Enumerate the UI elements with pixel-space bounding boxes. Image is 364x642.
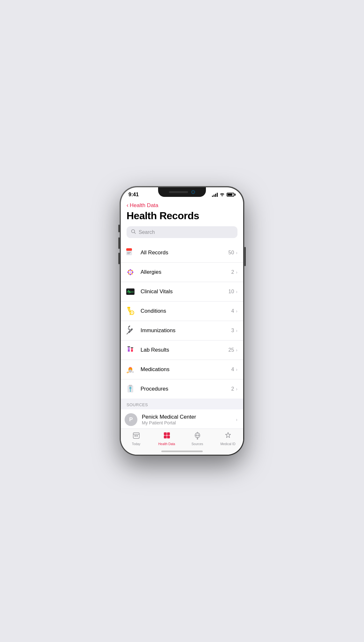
camera (191, 190, 195, 194)
medications-icon (125, 364, 136, 375)
screen-content: ‹ Health Data Health Records Search (121, 199, 243, 427)
conditions-chevron-icon: › (236, 309, 237, 314)
silent-button[interactable] (118, 225, 120, 232)
all-records-chevron-icon: › (236, 250, 237, 255)
tab-sources[interactable]: Sources (182, 431, 213, 446)
status-icons (212, 192, 236, 197)
svg-point-14 (131, 273, 133, 274)
procedures-chevron-icon: › (236, 386, 237, 392)
today-tab-label: Today (132, 442, 141, 446)
volume-down-button[interactable] (118, 253, 120, 264)
svg-point-9 (127, 272, 129, 273)
tab-health-data[interactable]: Health Data (151, 431, 182, 446)
list-item-lab-results[interactable]: Lab Results 25 › (121, 340, 243, 360)
procedures-icon (125, 383, 136, 395)
svg-point-15 (129, 271, 131, 273)
medications-label: Medications (141, 366, 231, 373)
svg-point-11 (128, 270, 129, 271)
lab-count: 25 (229, 347, 234, 353)
penick-info: Penick Medical Center My Patient Portal (142, 414, 236, 425)
svg-rect-16 (126, 288, 135, 295)
svg-rect-24 (128, 325, 130, 328)
wifi-icon (220, 192, 225, 197)
medications-count: 4 (231, 367, 234, 372)
procedures-label: Procedures (141, 386, 231, 392)
svg-point-7 (130, 269, 131, 271)
allergies-chevron-icon: › (236, 270, 237, 275)
records-list: All Records 50 › (121, 243, 243, 399)
svg-point-48 (197, 438, 198, 439)
penick-avatar: P (125, 413, 137, 426)
health-data-tab-icon (163, 431, 171, 441)
sources-header-label: SOURCES (127, 402, 148, 407)
svg-rect-29 (127, 346, 130, 347)
list-item-procedures[interactable]: Procedures 2 › (121, 379, 243, 399)
svg-point-33 (132, 371, 134, 373)
list-item-conditions[interactable]: Conditions 4 › (121, 302, 243, 321)
svg-point-13 (128, 273, 129, 274)
page-title: Health Records (121, 209, 243, 226)
vitals-label: Clinical Vitals (141, 288, 229, 295)
svg-point-38 (130, 391, 131, 392)
conditions-icon (125, 305, 136, 317)
immunizations-label: Immunizations (141, 327, 231, 334)
immunizations-count: 3 (231, 328, 234, 333)
all-records-count: 50 (229, 250, 234, 256)
battery-icon (227, 193, 236, 197)
volume-up-button[interactable] (118, 237, 120, 249)
svg-point-12 (131, 270, 133, 271)
list-item-medications[interactable]: Medications 4 › (121, 360, 243, 379)
medical-id-tab-icon (224, 431, 232, 441)
svg-rect-26 (128, 350, 130, 352)
vitals-icon (125, 286, 136, 297)
svg-line-23 (127, 333, 128, 334)
list-item-clinical-vitals[interactable]: Clinical Vitals 10 › (121, 282, 243, 302)
svg-point-31 (129, 370, 132, 373)
nav-back[interactable]: ‹ Health Data (121, 199, 243, 209)
vitals-chevron-icon: › (236, 289, 237, 294)
nav-back-label: Health Data (130, 202, 158, 209)
lab-icon (125, 344, 136, 356)
phone-screen: 9:41 (121, 187, 243, 455)
svg-point-10 (132, 272, 134, 273)
sources-section-header: SOURCES (121, 399, 243, 409)
source-item-penick[interactable]: P Penick Medical Center My Patient Porta… (121, 409, 243, 427)
procedures-count: 2 (231, 386, 234, 392)
power-button[interactable] (244, 247, 246, 266)
speaker (169, 191, 188, 193)
all-records-label: All Records (141, 250, 229, 256)
medical-id-tab-label: Medical ID (220, 442, 235, 446)
svg-point-18 (131, 312, 133, 314)
tab-today[interactable]: Today (121, 431, 151, 446)
svg-rect-43 (164, 432, 167, 435)
svg-rect-46 (167, 436, 170, 438)
svg-point-8 (130, 274, 131, 275)
health-data-tab-label: Health Data (158, 442, 175, 446)
list-item-immunizations[interactable]: Immunizations 3 › (121, 321, 243, 340)
lab-label: Lab Results (141, 347, 229, 353)
medications-chevron-icon: › (236, 367, 237, 372)
allergies-label: Allergies (141, 269, 231, 275)
penick-name: Penick Medical Center (142, 414, 236, 420)
immunizations-icon (125, 325, 136, 336)
allergies-icon (125, 266, 136, 278)
svg-rect-35 (129, 385, 132, 386)
list-item-allergies[interactable]: Allergies 2 › (121, 263, 243, 282)
vitals-count: 10 (229, 289, 234, 295)
svg-rect-36 (129, 387, 131, 389)
svg-rect-39 (133, 433, 139, 438)
penick-subtitle: My Patient Portal (142, 420, 236, 425)
penick-chevron-icon: › (236, 417, 237, 422)
tab-medical-id[interactable]: Medical ID (213, 431, 243, 446)
list-item-all-records[interactable]: All Records 50 › (121, 243, 243, 263)
conditions-label: Conditions (141, 308, 231, 314)
svg-rect-42 (136, 435, 138, 437)
search-placeholder: Search (139, 229, 155, 235)
svg-rect-30 (131, 347, 133, 348)
sources-list: P Penick Medical Center My Patient Porta… (121, 409, 243, 427)
search-bar[interactable]: Search (127, 226, 237, 238)
back-chevron-icon: ‹ (127, 202, 128, 209)
conditions-count: 4 (231, 308, 234, 314)
lab-chevron-icon: › (236, 347, 237, 353)
svg-rect-45 (164, 436, 167, 438)
